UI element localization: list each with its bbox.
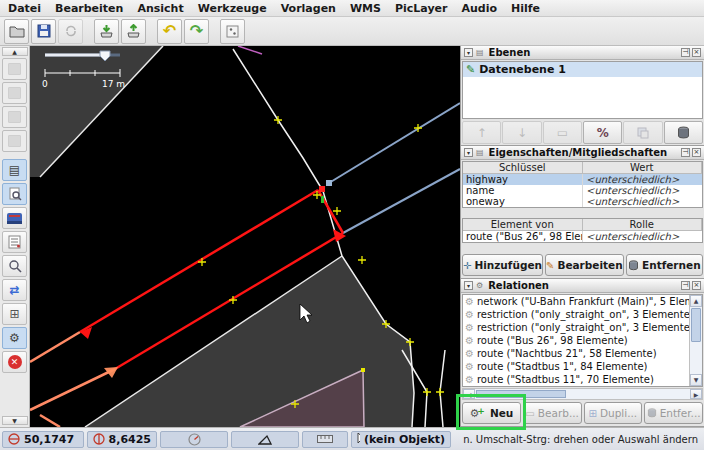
open-folder-icon <box>9 25 25 38</box>
layer-up-button[interactable]: ↑ <box>462 121 501 144</box>
preferences-button[interactable] <box>220 19 245 44</box>
memberships-table: Element von Rolle route ("Bus 26", 98 El… <box>462 218 703 243</box>
toggle-validator-panel[interactable]: ✕ <box>2 351 27 373</box>
relations-vertical-scrollbar[interactable]: ▲ ▼ <box>689 295 702 386</box>
relation-item[interactable]: ⚙restriction ("only_straight_on", 3 Elem… <box>463 321 689 334</box>
heading-field <box>160 431 228 448</box>
node-green-tick <box>321 196 324 203</box>
sidebar-collapse-bottom[interactable]: ▼ <box>2 416 28 425</box>
edit-relation-button[interactable]: ▭ Bearb... <box>523 402 582 424</box>
scroll-down-icon[interactable]: ▼ <box>690 374 702 386</box>
magnifier-icon <box>8 259 22 273</box>
close-icon[interactable]: × <box>692 48 701 57</box>
relation-item[interactable]: ⚙route ("Stadtbus 1", 84 Elemente) <box>463 360 689 373</box>
node-blue[interactable] <box>326 180 332 186</box>
edit-tag-button[interactable]: ✎ Bearbeiten <box>545 254 624 276</box>
way-salmon-1 <box>30 332 80 362</box>
layer-item[interactable]: ✎ Datenebene 1 <box>463 62 702 77</box>
close-icon[interactable]: × <box>692 281 701 290</box>
collapse-icon[interactable]: ▾ <box>464 281 473 290</box>
membership-row[interactable]: route ("Bus 26", 98 Elem... <unterschied… <box>463 231 702 242</box>
download-button[interactable] <box>94 19 119 44</box>
node-selected-red[interactable] <box>319 186 325 192</box>
plus-icon: ✛ <box>463 260 471 271</box>
menu-datei[interactable]: Datei <box>8 2 41 15</box>
layer-activate-button[interactable]: ▭ <box>543 121 582 144</box>
delete-relation-label: Entfer... <box>660 407 701 419</box>
toggle-relations-panel[interactable]: ⚙ <box>2 327 27 349</box>
map-canvas[interactable]: 0 17 m <box>30 46 460 427</box>
relations-horizontal-scrollbar[interactable]: ◀ ▶ <box>462 388 703 400</box>
relation-item[interactable]: ⚙route ("Nachtbus 21", 58 Elemente) <box>463 347 689 360</box>
menu-wms[interactable]: WMS <box>350 2 381 15</box>
menu-vorlagen[interactable]: Vorlagen <box>281 2 336 15</box>
menu-piclayer[interactable]: PicLayer <box>395 2 448 15</box>
update-data-button[interactable] <box>58 19 83 44</box>
relation-item[interactable]: ⚙route ("Stadtbus 11", 70 Elemente) <box>463 373 689 386</box>
column-role[interactable]: Rolle <box>583 219 703 230</box>
menu-ansicht[interactable]: Ansicht <box>137 2 183 15</box>
undo-button[interactable]: ↶ <box>157 19 182 44</box>
road-blue-1 <box>329 103 460 183</box>
upload-button[interactable] <box>121 19 146 44</box>
scroll-left-icon[interactable]: ◀ <box>463 389 475 399</box>
collapse-icon[interactable]: ▾ <box>464 48 473 57</box>
layer-opacity-button[interactable]: % <box>583 121 622 144</box>
mode-draw-button[interactable] <box>2 82 27 104</box>
toggle-layers-panel[interactable]: ▤ <box>2 159 27 181</box>
node-yellow-square[interactable] <box>361 368 365 372</box>
mode-delete-button[interactable] <box>2 130 27 152</box>
menu-werkzeuge[interactable]: Werkzeuge <box>198 2 267 15</box>
column-key[interactable]: Schlüssel <box>463 162 583 173</box>
road-magenta <box>238 46 262 54</box>
collapse-icon[interactable]: ▾ <box>464 148 473 157</box>
close-icon[interactable]: × <box>692 148 701 157</box>
duplicate-relation-button[interactable]: ⊞ Dupli... <box>584 402 643 424</box>
redo-button[interactable]: ↷ <box>184 19 209 44</box>
relation-item[interactable]: ⚙route ("Bus 26", 98 Elemente) <box>463 334 689 347</box>
gears-plus-icon: ⚙+ <box>469 407 486 420</box>
mode-select-button[interactable] <box>2 58 27 80</box>
pin-icon[interactable]: ⊣ <box>681 281 690 290</box>
pin-icon[interactable]: ⊣ <box>681 148 690 157</box>
layer-down-button[interactable]: ↓ <box>502 121 541 144</box>
pin-icon[interactable]: ⊣ <box>681 48 690 57</box>
tag-row-name[interactable]: name <unterschiedlich> <box>463 185 702 196</box>
sidebar-collapse-top[interactable]: ▲ <box>2 47 28 56</box>
toggle-author-panel[interactable] <box>2 207 27 229</box>
tag-key: name <box>463 185 583 196</box>
column-member-of[interactable]: Element von <box>463 219 583 230</box>
new-relation-button[interactable]: ⚙+ Neu <box>462 402 521 424</box>
menu-hilfe[interactable]: Hilfe <box>511 2 540 15</box>
relation-item[interactable]: ⚙restriction ("only_straight_on", 3 Elem… <box>463 308 689 321</box>
draw-mode-icon <box>8 87 21 99</box>
mode-zoom-button[interactable] <box>2 106 27 128</box>
toggle-history-panel[interactable] <box>2 255 27 277</box>
column-value[interactable]: Wert <box>583 162 703 173</box>
toggle-command-stack-panel[interactable]: ⊞ <box>2 303 27 325</box>
save-disk-icon <box>37 24 51 38</box>
add-tag-button[interactable]: ✛ Hinzufügen <box>462 254 543 276</box>
scroll-right-icon[interactable]: ▶ <box>690 389 702 399</box>
menu-bearbeiten[interactable]: Bearbeiten <box>55 2 123 15</box>
arrow-down-icon: ↓ <box>517 126 527 140</box>
delete-relation-button[interactable]: Entfer... <box>644 402 703 424</box>
toggle-properties-panel[interactable] <box>2 231 27 253</box>
save-button[interactable] <box>31 19 56 44</box>
relation-label: network ("U-Bahn Frankfurt (Main)", 5 El… <box>477 296 689 307</box>
remove-tag-button[interactable]: Entfernen <box>626 254 703 276</box>
redo-icon: ↷ <box>190 24 203 38</box>
open-button[interactable] <box>4 19 29 44</box>
layer-merge-button[interactable] <box>623 121 662 144</box>
preferences-icon <box>226 25 239 38</box>
toggle-conflicts-panel[interactable]: ⇄ <box>2 279 27 301</box>
layer-delete-button[interactable] <box>664 121 703 144</box>
scroll-up-icon[interactable]: ▲ <box>690 295 702 307</box>
tag-row-highway[interactable]: highway <unterschiedlich> <box>463 174 702 185</box>
scrollbar-thumb[interactable] <box>691 308 701 342</box>
scrollbar-thumb[interactable] <box>476 390 566 398</box>
relation-item[interactable]: ⚙network ("U-Bahn Frankfurt (Main)", 5 E… <box>463 295 689 308</box>
toggle-selection-panel[interactable] <box>2 183 27 205</box>
menu-audio[interactable]: Audio <box>461 2 497 15</box>
tag-row-oneway[interactable]: oneway <unterschiedlich> <box>463 196 702 207</box>
